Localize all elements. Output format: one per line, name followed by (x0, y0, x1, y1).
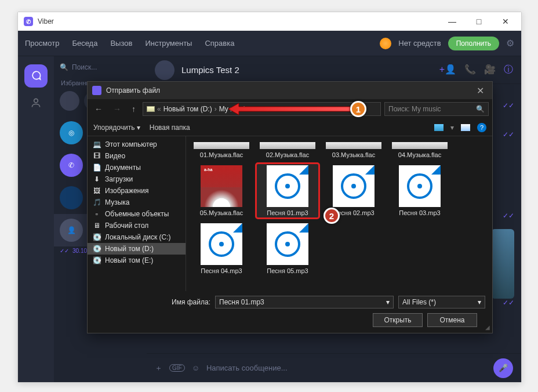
file-item[interactable]: Песня 04.mp3 (190, 221, 253, 277)
file-name: 05.Музыка.flac (192, 209, 251, 216)
path-folder[interactable]: My music (219, 105, 249, 113)
rail-chats-icon[interactable] (24, 64, 48, 88)
file-thumb (326, 142, 381, 149)
file-open-dialog: Отправить файл ✕ ← → ↑ « Новый том (D:) … (87, 81, 493, 333)
tree-item[interactable]: 🎞Видео (88, 150, 186, 162)
tree-item-label: Загрузки (105, 175, 133, 183)
file-item[interactable]: 04.Музыка.flac (388, 140, 452, 161)
file-thumb (260, 142, 315, 149)
tree-item-icon: 💽 (92, 256, 101, 264)
tree-item-icon: ▫ (92, 210, 101, 218)
file-item[interactable]: a-ha05.Музыка.flac (190, 163, 253, 219)
tree-item[interactable]: 💻Этот компьютер (88, 139, 186, 150)
composer-placeholder[interactable]: Написать сообщение... (206, 364, 486, 372)
file-item[interactable]: 01.Музыка.flac (190, 140, 253, 161)
menu-tools[interactable]: Инструменты (145, 39, 192, 48)
chat-info-icon[interactable]: ⓘ (504, 64, 513, 76)
preview-pane-icon[interactable] (461, 124, 470, 131)
drive-icon (147, 106, 155, 112)
tree-item[interactable]: 🎵Музыка (88, 197, 186, 208)
tree-item-icon: 💻 (92, 140, 101, 148)
file-item[interactable]: Песня 05.mp3 (256, 221, 319, 277)
tree-item[interactable]: 💽Новый том (E:) (88, 255, 186, 266)
tree-item[interactable]: 🖼Изображения (88, 185, 186, 197)
nav-up-icon[interactable]: ↑ (128, 103, 139, 115)
folder-tree[interactable]: 💻Этот компьютер🎞Видео📄Документы⬇Загрузки… (88, 136, 186, 291)
chat-avatar (60, 186, 83, 209)
close-button[interactable]: ✕ (492, 12, 519, 31)
callout-2: 2 (323, 208, 340, 224)
balance-avatar-icon (380, 38, 391, 49)
file-name: Песня 03.mp3 (390, 209, 449, 216)
filename-value: Песня 01.mp3 (219, 298, 264, 306)
tree-item[interactable]: 💽Локальный диск (C:) (88, 231, 186, 243)
resize-grip-icon[interactable]: ◢ (485, 324, 490, 331)
filter-combo[interactable]: All Files (*)▾ (398, 296, 485, 308)
tree-item[interactable]: 💽Новый том (D:) (88, 243, 186, 255)
tree-item-icon: 🎞 (92, 152, 101, 160)
read-ticks-icon: ✓✓ (503, 101, 514, 110)
dialog-close-button[interactable]: ✕ (473, 85, 488, 96)
tree-item-label: Рабочий стол (105, 222, 148, 230)
tree-item[interactable]: ⬇Загрузки (88, 173, 186, 185)
menu-chat[interactable]: Беседа (72, 39, 97, 48)
menu-view[interactable]: Просмотр (25, 39, 59, 48)
file-item[interactable]: 03.Музыка.flac (322, 140, 386, 161)
read-ticks-icon: ✓✓ (503, 212, 514, 220)
dialog-search[interactable]: Поиск: My music 🔍 (384, 102, 489, 116)
search-icon: 🔍 (60, 63, 68, 71)
tree-item-icon: 🖼 (92, 187, 101, 195)
file-item[interactable]: 02.Музыка.flac (256, 140, 319, 161)
tree-item[interactable]: 🖥Рабочий стол (88, 220, 186, 231)
titlebar: ✆ Viber — □ ✕ (18, 12, 521, 31)
left-rail (18, 56, 54, 382)
topup-button[interactable]: Пополнить (448, 37, 499, 50)
add-contact-icon[interactable]: +👤 (439, 64, 456, 76)
address-bar[interactable]: « Новый том (D:) › My music › (143, 102, 381, 116)
video-call-icon[interactable]: 🎥 (484, 64, 496, 76)
minimize-button[interactable]: — (439, 12, 466, 31)
dialog-titlebar: Отправить файл ✕ (88, 82, 492, 99)
message-image-thumb[interactable] (491, 229, 514, 299)
maximize-button[interactable]: □ (466, 12, 492, 31)
gif-icon[interactable]: GIF (169, 364, 185, 372)
file-thumb (201, 223, 242, 265)
menu-call[interactable]: Вызов (110, 39, 132, 48)
favorite-avatar[interactable] (60, 91, 79, 111)
file-thumb (399, 165, 441, 207)
viber-app-icon (92, 86, 101, 95)
file-name: Песня 04.mp3 (192, 267, 251, 274)
file-item[interactable]: Песня 03.mp3 (388, 163, 452, 219)
tree-item-label: Новый том (E:) (105, 256, 153, 264)
tree-item-label: Объемные объекты (105, 210, 169, 218)
chat-avatar: ◎ (60, 121, 83, 144)
attach-icon[interactable]: ＋ (155, 363, 162, 373)
tree-item-label: Видео (105, 152, 125, 160)
tree-item[interactable]: ▫Объемные объекты (88, 208, 186, 220)
read-ticks-icon: ✓✓ (60, 248, 69, 254)
help-icon[interactable]: ? (477, 123, 486, 132)
settings-gear-icon[interactable]: ⚙ (506, 38, 514, 49)
organize-menu[interactable]: Упорядочить ▾ (93, 124, 140, 132)
menu-help[interactable]: Справка (205, 39, 234, 48)
path-drive[interactable]: Новый том (D:) (163, 105, 212, 113)
chat-avatar: 👤 (60, 219, 83, 242)
voice-call-icon[interactable]: 📞 (464, 64, 476, 76)
nav-forward-icon[interactable]: → (110, 103, 125, 115)
filename-combo[interactable]: Песня 01.mp3▾ (215, 296, 394, 308)
new-folder-button[interactable]: Новая папка (150, 124, 190, 132)
sticker-icon[interactable]: ☺ (192, 364, 199, 372)
tree-item-label: Изображения (105, 187, 148, 195)
nav-back-icon[interactable]: ← (91, 103, 106, 115)
cancel-button[interactable]: Отмена (427, 313, 477, 327)
file-name: 01.Музыка.flac (192, 151, 251, 158)
file-item[interactable]: Песня 01.mp3 (256, 163, 319, 219)
search-row[interactable]: 🔍 Поиск... (54, 61, 147, 76)
rail-contacts-icon[interactable] (30, 97, 42, 111)
file-name: 03.Музыка.flac (324, 151, 383, 158)
mic-button[interactable]: 🎤 (493, 358, 513, 378)
open-button[interactable]: Открыть (373, 313, 423, 327)
tree-item-icon: 💽 (92, 245, 101, 253)
tree-item[interactable]: 📄Документы (88, 162, 186, 173)
view-mode-icon[interactable] (434, 124, 444, 131)
